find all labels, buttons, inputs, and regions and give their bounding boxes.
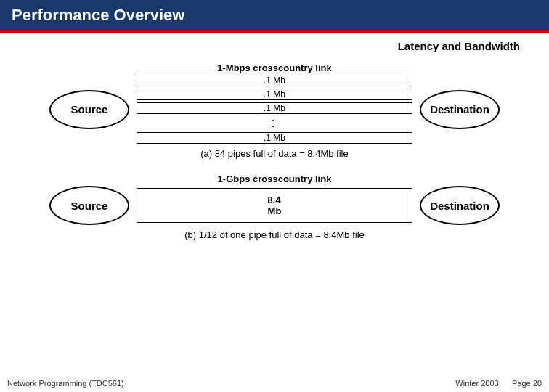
row-a: Source .1 Mb .1 Mb .1 Mb : .1 Mb [49, 75, 500, 144]
caption-a: (a) 84 pipes full of data = 8.4Mb file [49, 148, 500, 159]
source-label-a: Source [71, 103, 108, 115]
pipe-label-b: 8.4 Mb [268, 195, 282, 216]
footer-left: Network Programming (TDC561) [7, 379, 124, 388]
pipe-a-1: .1 Mb [137, 75, 412, 86]
link-label-a: 1-Mbps crosscountry link [129, 62, 420, 73]
destination-oval-a: Destination [420, 90, 500, 129]
link-label-b: 1-Gbps crosscountry link [129, 173, 420, 184]
pipe-a-3: .1 Mb [137, 102, 412, 114]
footer: Network Programming (TDC561) Winter 2003… [0, 379, 549, 388]
section-b: 1-Gbps crosscountry link Source 8.4 Mb D… [49, 173, 500, 248]
destination-label-a: Destination [430, 103, 489, 115]
caption-b: (b) 1/12 of one pipe full of data = 8.4M… [49, 229, 500, 240]
footer-right: Winter 2003 Page 20 [455, 379, 542, 388]
main-content: Latency and Bandwidth 1-Mbps crosscountr… [0, 33, 549, 255]
header: Performance Overview [0, 0, 549, 30]
row-b: Source 8.4 Mb Destination [49, 186, 500, 225]
pipe-label-a-1: .1 Mb [264, 75, 285, 86]
footer-page: Page 20 [512, 379, 542, 388]
destination-label-b: Destination [430, 200, 489, 212]
pipe-a-4: .1 Mb [137, 132, 412, 144]
source-label-b: Source [71, 200, 108, 212]
pipe-label-a-4: .1 Mb [264, 133, 285, 143]
section-title: Latency and Bandwidth [29, 40, 520, 52]
destination-oval-b: Destination [420, 186, 500, 225]
pipe-a-2: .1 Mb [137, 89, 412, 100]
source-oval-b: Source [49, 186, 129, 225]
footer-date: Winter 2003 [455, 379, 498, 388]
pipe-b: 8.4 Mb [137, 188, 412, 223]
page-title: Performance Overview [12, 6, 184, 25]
section-a: 1-Mbps crosscountry link Source .1 Mb .1… [49, 62, 500, 166]
source-oval-a: Source [49, 90, 129, 129]
pipe-label-a-3: .1 Mb [264, 103, 285, 113]
diagram-wrapper: 1-Mbps crosscountry link Source .1 Mb .1… [49, 62, 500, 248]
pipe-label-a-2: .1 Mb [264, 89, 285, 99]
dots-a: : [137, 115, 412, 131]
pipes-a: .1 Mb .1 Mb .1 Mb : .1 Mb [137, 75, 412, 144]
